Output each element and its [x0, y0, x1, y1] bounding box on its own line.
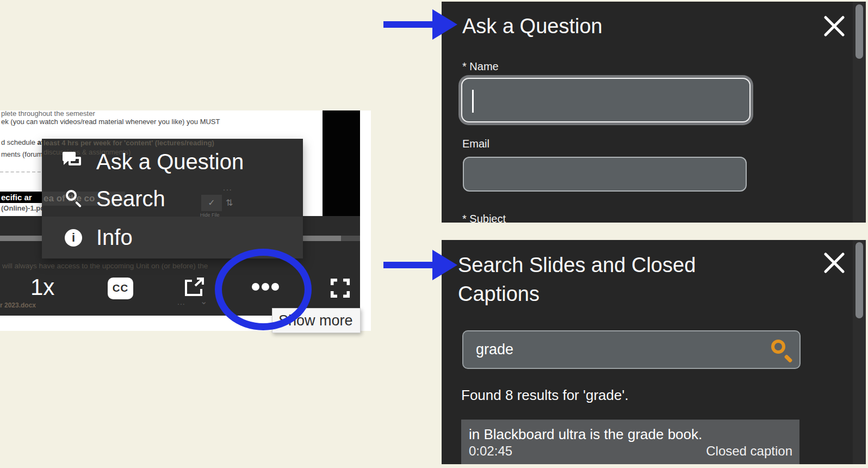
result-source-label: Closed caption	[706, 444, 792, 459]
annotation-arrow-search	[383, 250, 460, 280]
menu-item-search[interactable]: Search	[42, 184, 303, 213]
doc-text-line: ek (you can watch videos/read material w…	[1, 118, 220, 126]
search-submit-icon[interactable]	[771, 340, 794, 362]
fullscreen-button[interactable]	[330, 278, 350, 298]
search-icon	[63, 189, 84, 208]
annotation-arrow-ask	[383, 9, 460, 40]
background-doc-text: will always have access to the upcoming …	[2, 262, 208, 270]
panel-title: Ask a Question	[462, 15, 603, 38]
name-input[interactable]	[461, 78, 751, 122]
pdf-filename-text: (Online)-1.pdf	[1, 204, 47, 212]
menu-item-label: Ask a Question	[96, 150, 244, 174]
chat-icon	[63, 152, 84, 171]
result-timestamp: 0:02:45	[469, 444, 512, 459]
text-cursor	[472, 90, 474, 113]
fullscreen-icon	[330, 278, 350, 298]
player-more-menu: least 4 hrs per week for 'content' (lect…	[42, 139, 303, 258]
popout-button[interactable]	[183, 277, 205, 298]
close-icon	[822, 250, 847, 275]
name-field-label: * Name	[462, 60, 499, 73]
video-frame	[323, 110, 360, 216]
panel-title: Search Slides and Closed Captions	[458, 251, 696, 309]
annotation-circle	[215, 249, 312, 330]
tutorial-screenshot: plete throughout the semester ek (you ca…	[0, 0, 868, 468]
search-slides-panel: Search Slides and Closed Captions grade …	[442, 240, 866, 464]
close-button[interactable]	[822, 14, 847, 39]
scrollbar-thumb[interactable]	[855, 4, 863, 59]
search-input[interactable]: grade	[462, 330, 801, 369]
close-icon	[822, 14, 847, 39]
email-field-label: Email	[462, 138, 489, 150]
email-input[interactable]	[463, 157, 747, 192]
scrollbar-track[interactable]	[853, 2, 866, 223]
result-caption-text: in Blackboard ultra is the grade book.	[469, 426, 702, 443]
subject-field-label: * Subject	[462, 213, 506, 223]
menu-item-ask-a-question[interactable]: Ask a Question	[42, 145, 303, 178]
menu-item-label: Search	[96, 187, 165, 211]
closed-captions-button[interactable]: CC	[108, 278, 133, 299]
search-result-item[interactable]: in Blackboard ultra is the grade book. 0…	[461, 420, 799, 464]
popout-icon	[183, 277, 205, 298]
scrollbar-thumb[interactable]	[855, 242, 863, 318]
background-chevron: ⌄	[200, 296, 207, 306]
highlighted-search-match: ecific ar	[0, 192, 42, 203]
ask-a-question-panel: Ask a Question * Name Email * Subject	[442, 2, 866, 223]
playback-speed-button[interactable]: 1x	[30, 276, 54, 299]
background-overflow-dots: ...	[177, 298, 185, 306]
search-query-text: grade	[476, 341, 513, 358]
search-results-summary: Found 8 results for 'grade'.	[461, 387, 629, 404]
close-button[interactable]	[822, 250, 847, 275]
background-docx-text: r 2023.docx	[0, 301, 36, 309]
scrollbar-track[interactable]	[853, 240, 866, 464]
info-icon: i	[63, 228, 84, 248]
menu-item-label: Info	[96, 225, 133, 250]
progress-bar-buffer	[341, 236, 360, 241]
doc-text-line: plete throughout the semester	[1, 109, 95, 118]
